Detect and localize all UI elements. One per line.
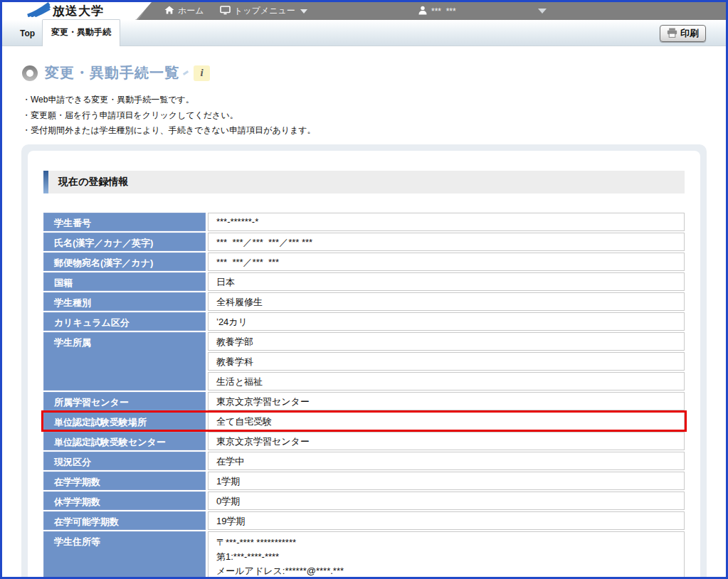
- table-row: 現況区分在学中: [43, 452, 685, 470]
- row-value: 全て自宅受験: [208, 412, 685, 430]
- person-icon: [418, 6, 428, 17]
- chevron-down-icon: [300, 9, 307, 14]
- note-line: ・Web申請できる変更・異動手続一覧です。: [22, 92, 726, 108]
- row-label: 郵便物宛名(漢字／カナ): [43, 253, 206, 271]
- printer-icon: [667, 28, 677, 40]
- page-heading: 変更・異動手続一覧 i: [22, 63, 726, 83]
- row-label: 現況区分: [43, 452, 206, 470]
- row-values: *** ***／*** ***: [208, 253, 685, 271]
- content-wrapper: 現在の登録情報 学生番号***-******-*氏名(漢字／カナ／英字)*** …: [21, 144, 707, 579]
- table-row-highlighted: 単位認定試験受験場所全て自宅受験: [43, 412, 685, 430]
- row-label: 所属学習センター: [43, 392, 206, 410]
- note-line: ・受付期間外または学生種別により、手続きできない申請項目があります。: [22, 123, 726, 139]
- row-value: *** ***／*** ***／*** ***: [208, 233, 685, 251]
- row-values: 在学中: [208, 452, 685, 470]
- row-values: 教養学部教養学科生活と福祉: [208, 332, 685, 391]
- row-value: ’24カリ: [208, 312, 685, 331]
- user-name: *** ***: [431, 6, 456, 16]
- page-notes: ・Web申請できる変更・異動手続一覧です。 ・変更願・届を行う申請項目をクリック…: [22, 92, 726, 139]
- row-value: *** ***／*** ***: [208, 253, 685, 271]
- logo-slant-decoration: [136, 2, 152, 20]
- table-row: 学生住所等〒***-**** *********** 第1:***-****-*…: [43, 531, 685, 579]
- row-label: 学生所属: [43, 332, 206, 391]
- row-value: 19学期: [208, 511, 685, 530]
- info-icon[interactable]: i: [194, 65, 210, 81]
- row-label: 単位認定試験受験場所: [43, 412, 206, 430]
- nav-home[interactable]: ホーム: [164, 2, 204, 20]
- nav-top-menu-label: トップメニュー: [234, 5, 295, 17]
- row-label: 国籍: [43, 272, 206, 291]
- note-line: ・変更願・届を行う申請項目をクリックしてください。: [22, 108, 726, 124]
- row-value: 1学期: [208, 472, 685, 490]
- row-label: 休学学期数: [43, 492, 206, 510]
- page-title: 変更・異動手続一覧: [45, 63, 179, 83]
- user-menu[interactable]: *** ***: [418, 2, 456, 20]
- table-row: 学生所属教養学部教養学科生活と福祉: [43, 332, 685, 391]
- account-dropdown-icon[interactable]: [538, 9, 547, 14]
- row-label: カリキュラム区分: [43, 312, 206, 331]
- registration-table: 学生番号***-******-*氏名(漢字／カナ／英字)*** ***／*** …: [43, 213, 685, 579]
- row-value: 教養学部: [208, 332, 685, 351]
- row-values: 〒***-**** *********** 第1:***-****-**** メ…: [208, 531, 685, 579]
- brand-logo-inner: 放送大学: [26, 3, 104, 19]
- table-row: 氏名(漢字／カナ／英字)*** ***／*** ***／*** ***: [43, 233, 685, 251]
- table-row: 在学学期数1学期: [43, 472, 685, 490]
- table-row: 郵便物宛名(漢字／カナ)*** ***／*** ***: [43, 253, 685, 271]
- brand-name: 放送大学: [53, 3, 104, 19]
- portal-window: 放送大学 ホーム トップメニュー: [0, 0, 728, 579]
- row-value: 東京文京学習センター: [208, 392, 685, 410]
- row-value: 在学中: [208, 452, 685, 470]
- brand-logo[interactable]: 放送大学: [2, 2, 136, 20]
- row-value: ***-******-*: [208, 213, 685, 231]
- row-values: 全て自宅受験: [208, 412, 685, 430]
- row-label: 学生住所等: [43, 531, 206, 579]
- table-row: 所属学習センター東京文京学習センター: [43, 392, 685, 410]
- table-row: 国籍日本: [43, 272, 685, 291]
- row-value-multiline: 〒***-**** *********** 第1:***-****-**** メ…: [208, 531, 685, 579]
- section-heading-label: 現在の登録情報: [58, 176, 128, 188]
- tab-top[interactable]: Top: [13, 22, 42, 46]
- table-row: 単位認定試験受験センター東京文京学習センター: [43, 432, 685, 450]
- table-row: 学生番号***-******-*: [43, 213, 685, 231]
- row-values: *** ***／*** ***／*** ***: [208, 233, 685, 251]
- row-value: 生活と福祉: [208, 372, 685, 391]
- top-bar: 放送大学 ホーム トップメニュー: [2, 2, 726, 20]
- table-row: 学生種別全科履修生: [43, 292, 685, 311]
- row-values: ***-******-*: [208, 213, 685, 231]
- row-value: 東京文京学習センター: [208, 432, 685, 450]
- monitor-icon: [220, 6, 231, 17]
- row-values: 19学期: [208, 511, 685, 530]
- row-values: 1学期: [208, 472, 685, 490]
- content-panel: 現在の登録情報 学生番号***-******-*氏名(漢字／カナ／英字)*** …: [28, 151, 700, 579]
- print-button[interactable]: 印刷: [660, 25, 706, 42]
- print-button-label: 印刷: [680, 27, 699, 40]
- row-label: 学生番号: [43, 213, 206, 231]
- row-value: 全科履修生: [208, 292, 685, 311]
- home-icon: [164, 6, 174, 16]
- table-row: 休学学期数0学期: [43, 492, 685, 510]
- tab-bar: Top 変更・異動手続 印刷: [2, 20, 726, 46]
- row-values: 全科履修生: [208, 292, 685, 311]
- row-value: 教養学科: [208, 352, 685, 371]
- university-swoosh-icon: [26, 2, 51, 20]
- row-label: 氏名(漢字／カナ／英字): [43, 233, 206, 251]
- row-value: 0学期: [208, 492, 685, 510]
- row-values: ’24カリ: [208, 312, 685, 331]
- section-heading: 現在の登録情報: [43, 171, 685, 193]
- row-value: 日本: [208, 272, 685, 291]
- row-label: 単位認定試験受験センター: [43, 432, 206, 450]
- row-label: 在学学期数: [43, 472, 206, 490]
- nav-top-menu[interactable]: トップメニュー: [220, 2, 307, 20]
- row-label: 学生種別: [43, 292, 206, 311]
- nav-home-label: ホーム: [178, 5, 204, 17]
- row-label: 在学可能学期数: [43, 511, 206, 530]
- row-values: 東京文京学習センター: [208, 392, 685, 410]
- title-circle-icon: [22, 65, 38, 81]
- table-row: 在学可能学期数19学期: [43, 511, 685, 530]
- row-values: 日本: [208, 272, 685, 291]
- title-connector-decoration: [183, 70, 189, 75]
- table-row: カリキュラム区分’24カリ: [43, 312, 685, 331]
- tabs: Top 変更・異動手続: [13, 19, 120, 46]
- tab-change-procedures[interactable]: 変更・異動手続: [42, 19, 120, 46]
- row-values: 東京文京学習センター: [208, 432, 685, 450]
